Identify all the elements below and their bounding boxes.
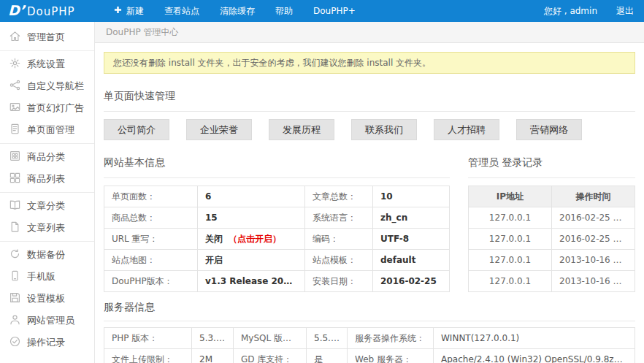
info-label: 站点地图：	[104, 250, 198, 271]
sidebar-item-label: 网站管理员	[27, 314, 74, 327]
nav-item-help[interactable]: 帮助	[265, 0, 303, 22]
top-header: D’ DouPHP 新建查看站点清除缓存帮助DouPHP+ 您好 , admin…	[0, 0, 644, 22]
quick-page-button[interactable]: 联系我们	[351, 119, 417, 140]
sidebar-item-home[interactable]: 管理首页	[0, 26, 94, 48]
greeting-text: 您好 , admin	[544, 5, 597, 18]
grid-icon	[9, 172, 20, 186]
section-title-login-records: 管理员 登录记录	[468, 156, 635, 178]
info-value: 5.5.40	[307, 328, 348, 349]
info-label: URL 重写：	[104, 229, 198, 250]
table-row: 单页面数：6文章总数：10	[104, 186, 450, 207]
nav-item-new[interactable]: 新建	[104, 0, 154, 22]
sidebar-item-label: 商品列表	[27, 172, 65, 186]
table-row: 127.0.0.12013-10-16 09:43:01	[469, 250, 635, 271]
info-label: 单页面数：	[104, 186, 198, 207]
user-icon	[9, 314, 20, 327]
sidebar-item-label: 文章列表	[27, 221, 65, 234]
table-row: 文件上传限制：2MGD 库支持：是Web 服务器：Apache/2.4.10 (…	[104, 349, 635, 363]
quick-page-button[interactable]: 企业荣誉	[186, 119, 252, 140]
sidebar-item-data-backup[interactable]: 数据备份	[0, 244, 94, 266]
timestamp-cell: 2016-02-25 13:48:48	[552, 229, 635, 250]
install-warning-alert: 您还没有删除 install 文件夹，出于安全的考虑，我们建议您删除 insta…	[104, 52, 635, 74]
sidebar-item-system-settings[interactable]: 系统设置	[0, 53, 94, 75]
info-label: Web 服务器：	[348, 349, 434, 363]
table-row: 商品总数：15系统语言：zh_cn	[104, 207, 450, 229]
app-logo[interactable]: D’ DouPHP	[0, 4, 95, 18]
nav-item-label: 查看站点	[164, 5, 199, 18]
info-value: 15	[198, 207, 305, 229]
nav-item-clear-cache[interactable]: 清除缓存	[210, 0, 265, 22]
url-rewrite-enable-link[interactable]: （点击开启）	[229, 234, 281, 244]
info-value: 2016-02-25	[373, 271, 450, 292]
sidebar-item-label: 单页面管理	[27, 123, 74, 137]
sidebar-item-label: 首页幻灯广告	[27, 102, 84, 115]
info-label: 安装日期：	[305, 271, 373, 292]
quick-page-button[interactable]: 营销网络	[516, 119, 582, 140]
sidebar-item-article-list[interactable]: 文章列表	[0, 217, 94, 239]
sidebar-item-label: 自定义导航栏	[27, 80, 84, 93]
sidebar-item-label: 文章分类	[27, 199, 65, 213]
info-value: WINNT(127.0.0.1)	[434, 328, 635, 349]
logout-link[interactable]: 退出	[616, 5, 634, 18]
logo-d-mark: D’	[8, 4, 25, 18]
table-row: 站点地图：开启站点模板：default	[104, 250, 450, 271]
info-value: 10	[373, 186, 450, 207]
info-value: UTF-8	[373, 229, 450, 250]
sidebar-item-product-category[interactable]: 商品分类	[0, 146, 94, 168]
info-label: MySQL 版本：	[234, 328, 307, 349]
column-header: IP地址	[469, 186, 552, 207]
sidebar-item-mobile-version[interactable]: 手机版	[0, 266, 94, 288]
info-label: 文章总数：	[305, 186, 373, 207]
sidebar-item-label: 数据备份	[27, 248, 65, 261]
sidebar-item-site-admins[interactable]: 网站管理员	[0, 310, 94, 332]
info-label: GD 库支持：	[234, 349, 307, 363]
sidebar-separator	[0, 143, 94, 144]
info-label: PHP 版本：	[104, 328, 192, 349]
nav-item-label: 帮助	[275, 5, 293, 18]
sidebar-item-operation-logs[interactable]: 操作记录	[0, 332, 94, 354]
sidebar-item-custom-nav[interactable]: 自定义导航栏	[0, 75, 94, 97]
sidebar-separator	[0, 241, 94, 242]
sidebar-item-label: 设置模板	[27, 292, 65, 305]
table-row: URL 重写：关闭（点击开启）编码：UTF-8	[104, 229, 450, 250]
quick-page-button[interactable]: 发展历程	[269, 119, 334, 140]
nav-item-douphp-plus[interactable]: DouPHP+	[303, 0, 366, 22]
timestamp-cell: 2013-10-16 09:43:01	[552, 250, 635, 271]
info-value: zh_cn	[373, 207, 450, 229]
sidebar-item-home-slide-ads[interactable]: 首页幻灯广告	[0, 97, 94, 119]
sidebar-item-template-settings[interactable]: 设置模板	[0, 288, 94, 310]
ip-address-cell: 127.0.0.1	[469, 229, 552, 250]
ip-address-cell: 127.0.0.1	[469, 207, 552, 229]
sidebar-item-label: 管理首页	[27, 31, 65, 44]
info-label: DouPHP版本：	[104, 271, 198, 292]
file-icon	[9, 221, 20, 234]
header-user-area: 您好 , admin 退出	[544, 5, 644, 18]
sidebar-item-article-category[interactable]: 文章分类	[0, 195, 94, 217]
site-info-table: 单页面数：6文章总数：10商品总数：15系统语言：zh_cnURL 重写：关闭（…	[104, 186, 450, 292]
login-records-table: IP地址操作时间127.0.0.12016-02-25 23:29:08127.…	[468, 186, 635, 292]
sidebar-separator	[0, 50, 94, 51]
nav-item-view-site[interactable]: 查看站点	[154, 0, 210, 22]
info-value: 关闭（点击开启）	[198, 229, 305, 250]
sidebar-item-label: 手机版	[27, 270, 55, 283]
mobile-icon	[9, 270, 20, 283]
timestamp-cell: 2013-10-16 09:42:58	[552, 271, 635, 292]
logo-text: DouPHP	[27, 5, 75, 18]
home-icon	[9, 31, 20, 44]
section-title-quick-pages: 单页面快速管理	[104, 90, 635, 112]
section-title-server-info: 服务器信息	[104, 301, 635, 321]
sidebar-separator	[0, 192, 94, 193]
category-grid-icon	[9, 150, 20, 164]
sidebar: 管理首页系统设置自定义导航栏首页幻灯广告单页面管理商品分类商品列表文章分类文章列…	[0, 22, 95, 363]
quick-page-button[interactable]: 人才招聘	[434, 119, 499, 140]
info-label: 服务器操作系统：	[348, 328, 434, 349]
sidebar-item-single-pages[interactable]: 单页面管理	[0, 119, 94, 141]
quick-pages-button-row: 公司简介企业荣誉发展历程联系我们人才招聘营销网络	[104, 119, 635, 140]
image-icon	[9, 102, 20, 115]
sidebar-item-product-list[interactable]: 商品列表	[0, 168, 94, 190]
table-row: 127.0.0.12016-02-25 23:29:08	[469, 207, 635, 229]
info-label: 站点模板：	[305, 250, 373, 271]
quick-page-button[interactable]: 公司简介	[104, 119, 169, 140]
save-icon	[9, 292, 20, 305]
nav-item-label: 清除缓存	[220, 5, 255, 18]
